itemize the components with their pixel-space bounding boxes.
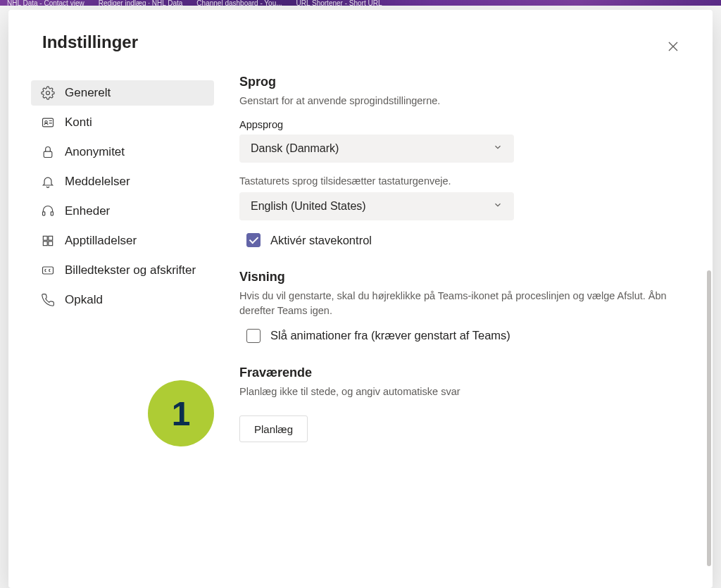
section-description: Hvis du vil genstarte, skal du højreklik… [239, 289, 687, 318]
svg-point-0 [46, 92, 50, 95]
phone-icon [41, 293, 55, 307]
cc-icon [41, 263, 55, 277]
sidebar-item-label: Meddelelser [65, 175, 130, 189]
keyboard-language-select[interactable]: English (United States) [239, 192, 514, 220]
select-value: Dansk (Danmark) [251, 142, 339, 155]
svg-rect-7 [49, 236, 53, 240]
sidebar-item-label: Opkald [65, 293, 103, 307]
keyboard-hint: Tastaturets sprog tilsidesætter tastatur… [239, 175, 687, 187]
sidebar-item-label: Anonymitet [65, 145, 125, 159]
sidebar-item-label: Enheder [65, 204, 110, 218]
browser-tab[interactable]: Channel dashboard - You... [189, 0, 289, 6]
close-icon [667, 41, 679, 52]
chevron-down-icon [493, 200, 503, 213]
id-card-icon [41, 115, 55, 130]
sidebar-item-label: Billedtekster og afskrifter [65, 263, 196, 277]
sidebar-item-calls[interactable]: Opkald [31, 287, 214, 313]
select-value: English (United States) [251, 200, 366, 213]
modal-title: Indstillinger [42, 32, 138, 52]
spellcheck-label: Aktivér stavekontrol [270, 234, 372, 247]
svg-rect-4 [43, 212, 45, 215]
sidebar-item-app-permissions[interactable]: Apptilladelser [31, 228, 214, 254]
browser-tab-strip: NHL Data - Contact view Rediger indlæg ·… [0, 0, 721, 6]
svg-rect-8 [43, 242, 47, 246]
section-language: Sprog Genstart for at anvende sprogindst… [239, 75, 687, 247]
svg-rect-3 [44, 151, 52, 157]
section-title: Visning [239, 270, 687, 284]
section-display: Visning Hvis du vil genstarte, skal du h… [239, 270, 687, 343]
sidebar-item-privacy[interactable]: Anonymitet [31, 139, 214, 165]
settings-modal: Indstillinger Generelt Konti Anonymitet … [8, 10, 713, 588]
browser-tab[interactable]: Rediger indlæg · NHL Data [92, 0, 190, 6]
sidebar-item-general[interactable]: Generelt [31, 80, 214, 106]
chevron-down-icon [493, 142, 503, 155]
section-description: Planlæg ikke til stede, og angiv automat… [239, 384, 687, 399]
sidebar-item-notifications[interactable]: Meddelelser [31, 169, 214, 194]
app-language-select[interactable]: Dansk (Danmark) [239, 135, 514, 163]
animations-row: Slå animationer fra (kræver genstart af … [246, 329, 687, 343]
close-button[interactable] [662, 35, 684, 58]
settings-content: Sprog Genstart for at anvende sprogindst… [214, 72, 701, 588]
app-language-label: Appsprog [239, 119, 687, 130]
sidebar-item-label: Konti [65, 115, 92, 130]
svg-rect-10 [43, 267, 54, 274]
svg-rect-1 [43, 118, 54, 127]
spellcheck-row: Aktivér stavekontrol [246, 233, 687, 247]
headset-icon [41, 204, 55, 218]
gear-icon [41, 86, 55, 100]
annotation-badge: 1 [148, 380, 214, 446]
section-title: Fraværende [239, 365, 687, 380]
disable-animations-label: Slå animationer fra (kræver genstart af … [270, 329, 510, 342]
schedule-button[interactable]: Planlæg [239, 415, 308, 442]
bell-icon [41, 175, 55, 189]
sidebar-item-label: Generelt [65, 86, 111, 100]
sidebar-item-accounts[interactable]: Konti [31, 110, 214, 135]
grid-icon [41, 234, 55, 248]
sidebar-item-captions[interactable]: Billedtekster og afskrifter [31, 258, 214, 283]
browser-tab[interactable]: URL Shortener - Short URL [289, 0, 389, 6]
section-away: Fraværende Planlæg ikke til stede, og an… [239, 365, 687, 442]
svg-rect-9 [49, 242, 53, 246]
svg-rect-6 [43, 236, 47, 240]
svg-point-2 [45, 121, 47, 123]
svg-rect-5 [51, 212, 53, 215]
lock-icon [41, 145, 55, 159]
settings-sidebar: Generelt Konti Anonymitet Meddelelser En… [31, 72, 214, 588]
spellcheck-checkbox[interactable] [246, 233, 261, 247]
browser-tab[interactable]: NHL Data - Contact view [0, 0, 92, 6]
scrollbar[interactable] [707, 270, 711, 566]
sidebar-item-label: Apptilladelser [65, 234, 137, 248]
section-title: Sprog [239, 75, 687, 89]
disable-animations-checkbox[interactable] [246, 329, 261, 343]
sidebar-item-devices[interactable]: Enheder [31, 199, 214, 224]
section-description: Genstart for at anvende sprogindstilling… [239, 94, 687, 108]
